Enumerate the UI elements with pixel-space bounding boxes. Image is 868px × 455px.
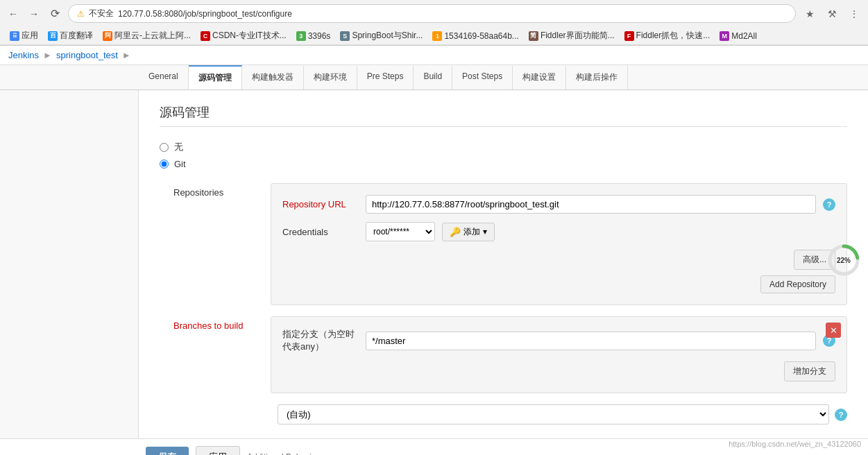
add-repository-button[interactable]: Add Repository <box>760 275 835 293</box>
bookmark-apps[interactable]: ⠿ 应用 <box>6 28 42 43</box>
branches-row: Branches to build ✕ 指定分支（为空时代表any） ? 增加分… <box>160 316 847 393</box>
sidebar <box>0 90 139 438</box>
bookmark-md2all[interactable]: M Md2All <box>715 30 761 42</box>
tab-bar: General 源码管理 构建触发器 构建环境 Pre Steps Build … <box>0 65 868 90</box>
csdn-icon: C <box>201 31 210 41</box>
credentials-row: Credentials root/****** 🔑 添加 ▾ <box>282 222 835 241</box>
bookmark-fiddler1[interactable]: 简 Fiddler界面功能简... <box>525 28 619 43</box>
add-credentials-button[interactable]: 🔑 添加 ▾ <box>442 223 495 241</box>
security-icon: ⚠ <box>77 9 85 19</box>
repositories-label: Repositories <box>160 183 271 198</box>
repo-url-row: Repository URL ? <box>282 195 835 214</box>
repo-action-row: 高级... <box>282 250 835 270</box>
extensions-button[interactable]: ⚒ <box>824 6 840 22</box>
baidu-icon: 百 <box>48 31 58 41</box>
auto-select[interactable]: (自动) <box>278 404 829 424</box>
bookmark-baidu[interactable]: 百 百度翻译 <box>44 28 97 43</box>
md2all-icon: M <box>720 31 729 41</box>
bookmark-fiddler2[interactable]: F Fiddler抓包，快速... <box>620 28 715 43</box>
bookmark-1534169[interactable]: 1 1534169-58aa64b... <box>428 30 522 42</box>
tab-poststeps[interactable]: Post Steps <box>452 65 513 89</box>
tab-general[interactable]: General <box>139 65 189 89</box>
progress-label: 22% <box>837 257 851 264</box>
bookmarks-bar: ⠿ 应用 百 百度翻译 阿 阿里云-上云就上阿... C CSDN-专业IT技术… <box>0 27 868 45</box>
save-button[interactable]: 保存 <box>146 447 189 455</box>
bookmark-csdn[interactable]: C CSDN-专业IT技术... <box>196 28 291 43</box>
credentials-select[interactable]: root/****** <box>366 222 435 241</box>
tab-env[interactable]: 构建环境 <box>304 65 357 89</box>
bookmark-star-button[interactable]: ★ <box>801 6 818 22</box>
breadcrumb-sep1: ► <box>43 50 52 60</box>
tab-presteps[interactable]: Pre Steps <box>357 65 414 89</box>
watermark: https://blog.csdn.net/wei_zn_43122060 <box>729 440 861 448</box>
tab-scm[interactable]: 源码管理 <box>189 65 242 89</box>
content-area: 源码管理 无 Git Repositories Repository URL ? <box>139 90 868 438</box>
radio-git-label: Git <box>174 159 186 169</box>
repo-url-label: Repository URL <box>282 199 359 209</box>
breadcrumb-project[interactable]: springboot_test <box>56 50 118 60</box>
credentials-label: Credentials <box>282 227 359 237</box>
repo-url-help-icon[interactable]: ? <box>823 198 835 211</box>
browser-chrome: ← → ⟳ ⚠ 不安全 120.77.0.58:8080/job/springb… <box>0 0 868 46</box>
browser-toolbar: ← → ⟳ ⚠ 不安全 120.77.0.58:8080/job/springb… <box>0 0 868 27</box>
fiddler2-icon: F <box>624 31 634 41</box>
add-dropdown-icon: ▾ <box>483 227 487 237</box>
branch-field-label: 指定分支（为空时代表any） <box>282 328 359 353</box>
aliyun-icon: 阿 <box>103 31 112 41</box>
auto-row: (自动) ? <box>278 404 847 424</box>
3396s-icon: 3 <box>296 31 306 41</box>
breadcrumb-jenkins[interactable]: Jenkins <box>8 50 39 60</box>
security-label: 不安全 <box>89 8 114 19</box>
main-layout: 源码管理 无 Git Repositories Repository URL ? <box>0 90 868 438</box>
repo-url-input[interactable] <box>366 195 816 214</box>
progress-circle: 22% <box>826 243 861 277</box>
tab-triggers[interactable]: 构建触发器 <box>242 65 304 89</box>
tab-postbuild[interactable]: 构建后操作 <box>566 65 628 89</box>
tab-buildsettings[interactable]: 构建设置 <box>513 65 566 89</box>
apply-button[interactable]: 应用 <box>196 446 240 455</box>
additional-behaviours-label: Additional Behaviours <box>247 452 327 455</box>
breadcrumb-sep2: ► <box>122 50 131 60</box>
add-branch-button[interactable]: 增加分支 <box>784 361 835 381</box>
jenkins-header: Jenkins ► springboot_test ► <box>0 46 868 65</box>
auto-help-icon[interactable]: ? <box>835 409 847 421</box>
springboot-icon: S <box>340 31 350 41</box>
tab-build[interactable]: Build <box>414 65 452 89</box>
repositories-content: Repository URL ? Credentials root/******… <box>271 183 847 305</box>
bookmark-springboot[interactable]: S SpringBoot与Shir... <box>336 28 427 43</box>
radio-git[interactable]: Git <box>160 159 847 169</box>
forward-button[interactable]: → <box>26 6 42 22</box>
auto-section: (自动) ? <box>160 404 847 424</box>
address-bar[interactable]: ⚠ 不安全 120.77.0.58:8080/job/springboot_te… <box>68 4 796 23</box>
url-text: 120.77.0.58:8080/job/springboot_test/con… <box>118 9 292 19</box>
scm-radio-group: 无 Git <box>160 141 847 169</box>
reload-button[interactable]: ⟳ <box>47 6 62 22</box>
key-icon: 🔑 <box>450 227 461 237</box>
menu-button[interactable]: ⋮ <box>846 6 862 22</box>
delete-branch-button[interactable]: ✕ <box>826 323 841 338</box>
branches-content: ✕ 指定分支（为空时代表any） ? 增加分支 <box>271 316 847 393</box>
back-button[interactable]: ← <box>6 6 21 22</box>
fiddler1-icon: 简 <box>529 31 538 41</box>
1534169-icon: 1 <box>432 31 442 41</box>
branch-field-row: 指定分支（为空时代表any） ? <box>282 328 835 353</box>
radio-none-label: 无 <box>174 141 183 153</box>
add-credentials-label: 添加 <box>463 226 480 238</box>
repositories-row: Repositories Repository URL ? Credential… <box>160 183 847 305</box>
bookmark-aliyun[interactable]: 阿 阿里云-上云就上阿... <box>99 28 195 43</box>
branch-input[interactable] <box>366 332 816 350</box>
bookmark-3396s[interactable]: 3 3396s <box>292 30 335 42</box>
apps-icon: ⠿ <box>10 31 19 41</box>
add-repo-action-row: Add Repository <box>282 275 835 293</box>
branches-label: Branches to build <box>160 316 271 331</box>
add-branch-action-row: 增加分支 <box>282 361 835 381</box>
radio-none[interactable]: 无 <box>160 141 847 153</box>
section-title: 源码管理 <box>160 104 847 127</box>
